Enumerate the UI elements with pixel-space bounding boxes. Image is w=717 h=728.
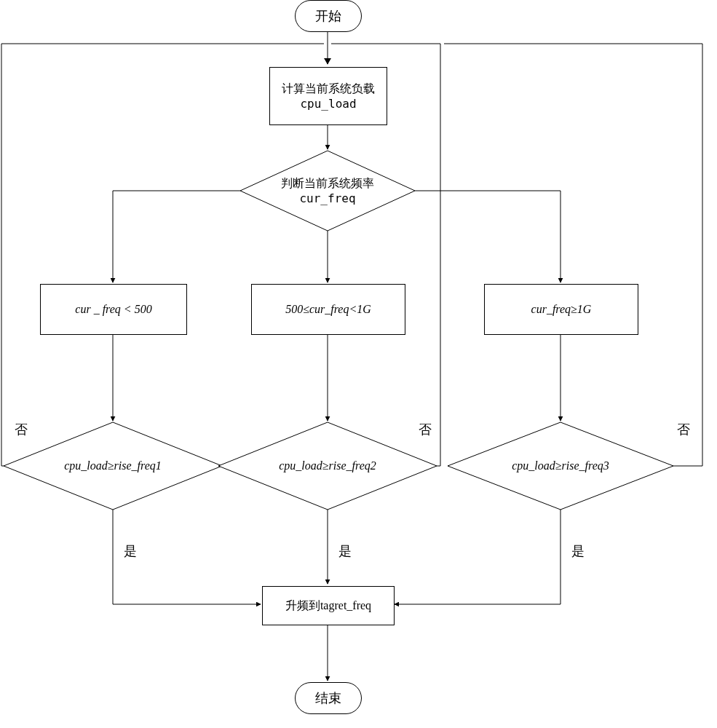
terminal-end: 结束 [295, 682, 362, 714]
terminal-start: 开始 [295, 0, 362, 32]
process-range-high: cur_freq≥1G [484, 284, 638, 335]
range-low-text: cur _ freq < 500 [75, 303, 151, 316]
process-calc-load: 计算当前系统负载 cpu_load [269, 67, 387, 125]
calc-line1: 计算当前系统负载 [282, 82, 375, 97]
edge-d2-no: 否 [419, 421, 432, 438]
edge-d1-yes: 是 [124, 542, 137, 560]
range-high-text: cur_freq≥1G [531, 303, 592, 316]
edge-d1-no: 否 [15, 421, 28, 438]
calc-line2: cpu_load [300, 97, 356, 111]
d3-text: cpu_load≥rise_freq3 [512, 459, 609, 472]
process-range-mid: 500≤cur_freq<1G [251, 284, 405, 335]
judge-line1: 判断当前系统频率 [281, 176, 374, 191]
edge-d3-yes: 是 [571, 542, 585, 560]
svg-marker-5 [324, 58, 331, 64]
decision-d2: cpu_load≥rise_freq2 [218, 422, 437, 510]
edge-d2-yes: 是 [338, 542, 352, 560]
d2-text: cpu_load≥rise_freq2 [279, 459, 376, 472]
up-text: 升频到tagret_freq [285, 598, 371, 614]
edge-d3-no: 否 [677, 421, 690, 438]
decision-d1: cpu_load≥rise_freq1 [4, 422, 222, 510]
process-range-low: cur _ freq < 500 [40, 284, 187, 335]
decision-cur-freq: 判断当前系统频率 cur_freq [240, 151, 415, 231]
judge-line2: cur_freq [281, 191, 374, 205]
d1-text: cpu_load≥rise_freq1 [64, 459, 162, 472]
decision-d3: cpu_load≥rise_freq3 [448, 422, 673, 510]
process-up-freq: 升频到tagret_freq [262, 586, 395, 625]
range-mid-text: 500≤cur_freq<1G [285, 303, 371, 316]
